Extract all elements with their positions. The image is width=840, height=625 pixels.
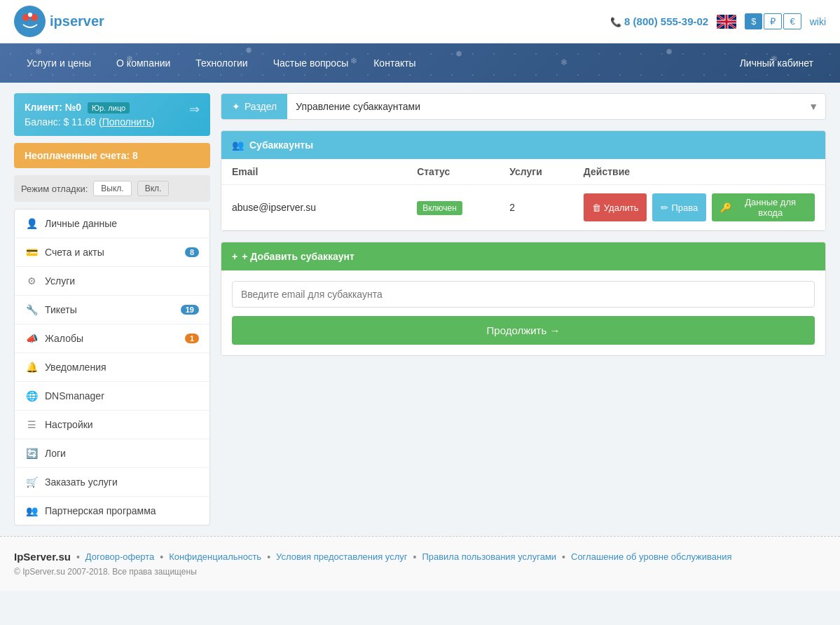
- footer-links: IpServer.su • Договор-оферта • Конфиденц…: [14, 551, 826, 563]
- sidebar-label-settings: Настройки: [45, 419, 93, 430]
- sidebar-label-personal: Личные данные: [45, 218, 117, 229]
- partner-icon: 👥: [25, 505, 38, 516]
- main-container: Клиент: №0 Юр. лицо Баланс: $ 11.68 (Поп…: [0, 83, 840, 536]
- add-subaccount-body: Продолжить →: [221, 270, 825, 355]
- section-selector: ✦ Раздел Управление субаккаунтами ▼: [221, 93, 826, 120]
- subaccounts-icon: 👥: [232, 139, 244, 151]
- section-label: ✦ Раздел: [221, 94, 287, 119]
- sidebar-item-services[interactable]: ⚙ Услуги: [15, 267, 209, 296]
- table-header: Email Статус Услуги Действие: [221, 159, 825, 185]
- login-data-button[interactable]: 🔑 Данные для входа: [712, 193, 815, 221]
- sidebar-item-tickets[interactable]: 🔧 Тикеты 19: [15, 296, 209, 324]
- add-subaccount-header: + + Добавить субаккаунт: [221, 242, 825, 270]
- tickets-badge: 19: [181, 305, 199, 315]
- complaints-icon: 📣: [25, 333, 38, 344]
- rights-button[interactable]: ✏ Права: [652, 193, 706, 221]
- trash-icon: 🗑: [592, 202, 601, 213]
- dropdown-arrow-icon: ▼: [801, 101, 825, 112]
- footer-link-rules[interactable]: Правила пользования услугами: [422, 551, 556, 562]
- debug-card: Режим отладки: Выкл. Вкл.: [14, 175, 210, 202]
- sidebar-item-settings[interactable]: ☰ Настройки: [15, 411, 209, 439]
- subaccount-email-input[interactable]: [232, 281, 815, 308]
- order-icon: 🛒: [25, 476, 38, 488]
- footer-link-privacy[interactable]: Конфиденциальность: [169, 551, 261, 562]
- nav-tech[interactable]: Технологии: [183, 43, 260, 83]
- key-icon: 🔑: [720, 202, 731, 213]
- sidebar-item-invoices[interactable]: 💳 Счета и акты 8: [15, 238, 209, 267]
- currency-usd[interactable]: $: [745, 13, 762, 29]
- topup-link[interactable]: Пополнить: [102, 116, 151, 128]
- row-status: Включен: [417, 202, 509, 213]
- delete-button[interactable]: 🗑 Удалить: [584, 193, 647, 221]
- add-subaccount-section: + + Добавить субаккаунт Продолжить →: [221, 242, 826, 356]
- debug-off-btn[interactable]: Выкл.: [93, 181, 131, 196]
- row-actions: 🗑 Удалить ✏ Права 🔑 Данные для входа: [584, 193, 815, 221]
- status-badge: Включен: [417, 201, 462, 215]
- nav-about[interactable]: О компании: [104, 43, 183, 83]
- footer-link-sla[interactable]: Соглашение об уровне обслуживания: [571, 551, 732, 562]
- switch-account-icon[interactable]: ⇒: [189, 102, 200, 117]
- footer-link-terms[interactable]: Условия предоставления услуг: [276, 551, 407, 562]
- col-header-status: Статус: [417, 166, 509, 177]
- sidebar-label-complaints: Жалобы: [45, 333, 83, 344]
- sidebar-item-logs[interactable]: 🔄 Логи: [15, 439, 209, 468]
- row-services: 2: [509, 202, 584, 213]
- subaccounts-panel: 👥 Субаккаунты Email Статус Услуги Действ…: [221, 130, 826, 231]
- currency-rub[interactable]: ₽: [764, 13, 782, 29]
- svg-point-0: [16, 8, 44, 36]
- debug-on-btn[interactable]: Вкл.: [137, 181, 170, 196]
- logo-icon: [14, 6, 46, 37]
- settings-icon: ☰: [25, 419, 38, 430]
- sidebar-item-partner[interactable]: 👥 Партнерская программа: [15, 497, 209, 525]
- sidebar: Клиент: №0 Юр. лицо Баланс: $ 11.68 (Поп…: [14, 93, 210, 526]
- content-area: ✦ Раздел Управление субаккаунтами ▼ 👥 Су…: [221, 93, 826, 526]
- personal-icon: 👤: [25, 218, 38, 229]
- col-header-action: Действие: [584, 166, 815, 177]
- subaccounts-header: 👥 Субаккаунты: [221, 131, 825, 159]
- plus-icon: +: [232, 251, 237, 262]
- sidebar-label-dns: DNSmanager: [45, 390, 104, 401]
- sidebar-item-dns[interactable]: 🌐 DNSmanager: [15, 382, 209, 411]
- currency-selector: $ ₽ €: [745, 13, 801, 29]
- sidebar-item-notifications[interactable]: 🔔 Уведомления: [15, 353, 209, 382]
- continue-label: Продолжить →: [487, 324, 560, 336]
- sidebar-item-personal[interactable]: 👤 Личные данные: [15, 210, 209, 238]
- invoices-icon: 💳: [25, 247, 38, 258]
- sidebar-label-logs: Логи: [45, 448, 66, 459]
- invoices-badge: 8: [185, 247, 199, 257]
- logo-text: ipserver: [50, 13, 104, 29]
- sidebar-menu: 👤 Личные данные 💳 Счета и акты 8 ⚙ Услуг…: [14, 209, 210, 526]
- nav-links: Услуги и цены О компании Технологии Част…: [14, 43, 429, 83]
- edit-icon: ✏: [661, 202, 668, 213]
- complaints-badge: 1: [185, 334, 199, 343]
- sidebar-label-notifications: Уведомления: [45, 362, 106, 373]
- sidebar-label-invoices: Счета и акты: [45, 247, 104, 258]
- logo[interactable]: ipserver: [14, 6, 104, 37]
- services-icon: ⚙: [25, 275, 38, 287]
- client-type-badge: Юр. лицо: [88, 102, 130, 114]
- nav-cabinet[interactable]: Личный кабинет: [727, 43, 826, 83]
- phone-number: 8 (800) 555-39-02: [610, 15, 708, 27]
- sidebar-item-order[interactable]: 🛒 Заказать услуги: [15, 468, 209, 497]
- footer-brand: IpServer.su: [14, 551, 71, 563]
- table-row: abuse@ipserver.su Включен 2 🗑 Удалить ✏ …: [221, 185, 825, 231]
- nav-faq[interactable]: Частые вопросы: [261, 43, 362, 83]
- client-card: Клиент: №0 Юр. лицо Баланс: $ 11.68 (Поп…: [14, 93, 210, 136]
- unpaid-card: Неоплаченные счета: 8: [14, 143, 210, 168]
- subaccounts-title: Субаккаунты: [249, 139, 313, 151]
- sidebar-item-complaints[interactable]: 📣 Жалобы 1: [15, 324, 209, 353]
- section-dropdown[interactable]: Управление субаккаунтами: [287, 94, 801, 119]
- sidebar-label-partner: Партнерская программа: [45, 505, 156, 516]
- tickets-icon: 🔧: [25, 304, 38, 315]
- nav-services[interactable]: Услуги и цены: [14, 43, 104, 83]
- wiki-link[interactable]: wiki: [810, 16, 826, 27]
- sidebar-label-tickets: Тикеты: [45, 304, 77, 315]
- nav-contacts[interactable]: Контакты: [361, 43, 428, 83]
- footer: IpServer.su • Договор-оферта • Конфиденц…: [0, 536, 840, 591]
- row-email: abuse@ipserver.su: [232, 202, 417, 213]
- subaccounts-table: Email Статус Услуги Действие abuse@ipser…: [221, 159, 825, 231]
- footer-link-offer[interactable]: Договор-оферта: [85, 551, 155, 562]
- currency-eur[interactable]: €: [783, 13, 801, 29]
- dns-icon: 🌐: [25, 390, 38, 401]
- continue-button[interactable]: Продолжить →: [232, 316, 815, 345]
